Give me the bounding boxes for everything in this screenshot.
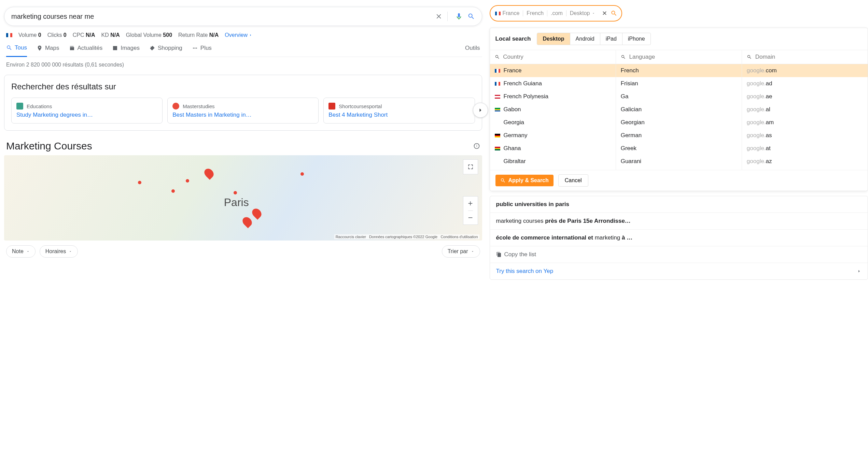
country-option[interactable]: Georgia bbox=[490, 116, 616, 129]
local-device[interactable]: Desktop bbox=[570, 10, 599, 16]
building-icon bbox=[328, 103, 335, 110]
fullscreen-button[interactable] bbox=[463, 159, 478, 174]
book-icon bbox=[16, 103, 23, 110]
language-option[interactable]: Galician bbox=[616, 103, 742, 116]
tab-tous[interactable]: Tous bbox=[6, 44, 27, 57]
country-option[interactable]: Ghana bbox=[490, 142, 616, 155]
domain-option[interactable]: google.ad bbox=[742, 77, 868, 90]
map-view[interactable]: Paris + − Raccourcis clavier Données car… bbox=[4, 155, 482, 241]
language-option[interactable]: Frisian bbox=[616, 77, 742, 90]
related-sites-card: Rechercher des résultats sur Educations … bbox=[4, 75, 482, 131]
country-option[interactable]: Germany bbox=[490, 129, 616, 142]
zoom-out-button[interactable]: − bbox=[468, 211, 473, 225]
local-search-panel: Local search Desktop Android iPad iPhone… bbox=[490, 28, 868, 191]
domain-option[interactable]: google.am bbox=[742, 116, 868, 129]
language-option[interactable]: Guarani bbox=[616, 155, 742, 168]
search-icon bbox=[747, 54, 752, 60]
domain-input[interactable] bbox=[755, 54, 863, 60]
country-column: FranceFrench GuianaFrench PolynesiaGabon… bbox=[490, 50, 616, 170]
svg-point-0 bbox=[193, 48, 194, 49]
language-option[interactable]: Georgian bbox=[616, 116, 742, 129]
flag-icon bbox=[495, 147, 500, 150]
svg-point-1 bbox=[194, 48, 195, 49]
tab-maps[interactable]: Maps bbox=[37, 45, 59, 56]
metrics-row: Volume 0 Clicks 0 CPC N/A KD N/A Global … bbox=[4, 26, 482, 38]
cancel-button[interactable]: Cancel bbox=[558, 174, 588, 187]
tab-plus[interactable]: Plus bbox=[192, 45, 212, 56]
card-title: Rechercher des résultats sur bbox=[11, 82, 475, 91]
search-icon[interactable] bbox=[611, 10, 617, 17]
chip-note[interactable]: Note bbox=[6, 245, 36, 258]
tab-outils[interactable]: Outils bbox=[465, 45, 480, 56]
search-icon[interactable] bbox=[467, 13, 475, 20]
tab-actualites[interactable]: Actualités bbox=[69, 45, 103, 56]
device-desktop[interactable]: Desktop bbox=[537, 33, 570, 45]
tile-educations[interactable]: Educations Study Marketing degrees in… bbox=[11, 98, 163, 124]
language-option[interactable]: Gujarati bbox=[616, 168, 742, 170]
domain-option[interactable]: google.az bbox=[742, 155, 868, 168]
cpc-metric: CPC N/A bbox=[73, 32, 95, 38]
domain-option[interactable]: google.ae bbox=[742, 90, 868, 103]
apply-search-button[interactable]: Apply & Search bbox=[495, 175, 554, 186]
chip-horaires[interactable]: Horaires bbox=[40, 245, 78, 258]
zoom-in-button[interactable]: + bbox=[468, 197, 473, 211]
country-option[interactable]: Gibraltar bbox=[490, 155, 616, 168]
related-item[interactable]: école de commerce international et marke… bbox=[490, 230, 868, 246]
scroll-right-button[interactable] bbox=[473, 103, 488, 118]
language-option[interactable]: Greek bbox=[616, 142, 742, 155]
country-option[interactable]: Greece bbox=[490, 168, 616, 170]
tab-images[interactable]: Images bbox=[112, 45, 140, 56]
tile-masterstudies[interactable]: Masterstudies Best Masters in Marketing … bbox=[167, 98, 319, 124]
domain-option[interactable]: google.ba bbox=[742, 168, 868, 170]
grad-cap-icon bbox=[172, 103, 179, 110]
country-input[interactable] bbox=[503, 54, 611, 60]
country-option[interactable]: French Polynesia bbox=[490, 90, 616, 103]
tile-shortcourses[interactable]: Shortcoursesportal Best 4 Marketing Shor… bbox=[323, 98, 475, 124]
info-icon[interactable]: i bbox=[473, 143, 480, 149]
language-option[interactable]: Ga bbox=[616, 90, 742, 103]
country-option[interactable]: French Guiana bbox=[490, 77, 616, 90]
language-option[interactable]: German bbox=[616, 129, 742, 142]
mic-icon[interactable] bbox=[455, 13, 463, 20]
search-input[interactable] bbox=[11, 13, 430, 20]
local-country[interactable]: France bbox=[495, 10, 523, 16]
related-item[interactable]: marketing courses près de Paris 15e Arro… bbox=[490, 213, 868, 230]
map-section-title: Marketing Courses i bbox=[4, 140, 482, 155]
return-rate-metric: Return Rate N/A bbox=[178, 32, 219, 38]
domain-option[interactable]: google.at bbox=[742, 142, 868, 155]
flag-icon bbox=[495, 108, 500, 112]
device-android[interactable]: Android bbox=[570, 33, 600, 45]
chip-trier[interactable]: Trier par bbox=[442, 245, 480, 258]
device-iphone[interactable]: iPhone bbox=[622, 33, 650, 45]
local-search-bar[interactable]: France French .com Desktop ✕ bbox=[490, 5, 622, 21]
close-icon[interactable]: ✕ bbox=[602, 10, 607, 17]
copy-list-button[interactable]: Copy the list bbox=[490, 246, 868, 263]
try-on-yep-link[interactable]: Try this search on Yep bbox=[490, 263, 868, 279]
search-icon bbox=[621, 54, 626, 60]
flag-icon bbox=[495, 134, 500, 137]
local-domain[interactable]: .com bbox=[551, 10, 566, 16]
domain-option[interactable]: google.com bbox=[742, 64, 868, 77]
clear-icon[interactable] bbox=[435, 13, 443, 20]
device-ipad[interactable]: iPad bbox=[600, 33, 622, 45]
language-input[interactable] bbox=[629, 54, 737, 60]
zoom-control[interactable]: + − bbox=[463, 196, 478, 225]
language-option[interactable]: French bbox=[616, 64, 742, 77]
search-bar[interactable] bbox=[4, 7, 482, 26]
svg-point-2 bbox=[196, 48, 197, 49]
domain-option[interactable]: google.as bbox=[742, 129, 868, 142]
france-flag-icon bbox=[6, 33, 12, 37]
country-option[interactable]: France bbox=[490, 64, 616, 77]
local-language[interactable]: French bbox=[527, 10, 547, 16]
divider bbox=[447, 12, 448, 21]
overview-link[interactable]: Overview bbox=[225, 32, 252, 38]
country-option[interactable]: Gabon bbox=[490, 103, 616, 116]
tab-shopping[interactable]: Shopping bbox=[149, 45, 182, 56]
related-item[interactable]: public universities in paris bbox=[490, 196, 868, 213]
map-filters: Note Horaires Trier par bbox=[4, 245, 482, 258]
language-column: FrenchFrisianGaGalicianGeorgianGermanGre… bbox=[616, 50, 742, 170]
flag-icon bbox=[495, 95, 500, 99]
results-count: Environ 2 820 000 000 résultats (0,61 se… bbox=[4, 57, 482, 73]
domain-option[interactable]: google.al bbox=[742, 103, 868, 116]
flag-icon bbox=[495, 69, 500, 73]
